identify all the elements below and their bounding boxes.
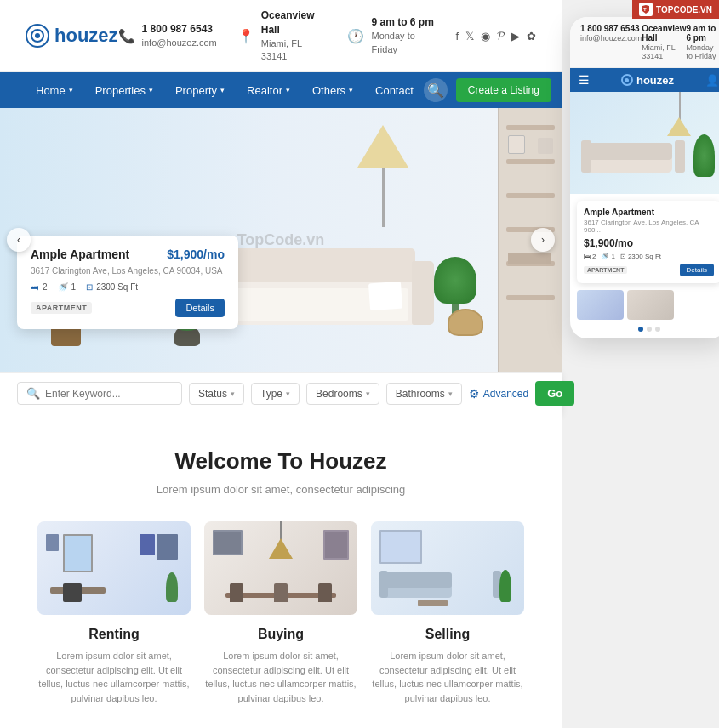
apartment-badge: APARTMENT [31, 302, 92, 314]
keyword-input[interactable] [45, 388, 173, 400]
hours-text: 9 am to 6 pm Monday to Friday [371, 15, 435, 56]
logo-text: houzez [54, 25, 118, 47]
location-text: Oceanview Hall Miami, FL 33141 [261, 9, 328, 63]
phone-property-features: 🛏 2 🚿 1 ⊡ 2300 Sq Ft [584, 253, 714, 260]
keyword-input-wrap[interactable]: 🔍 [17, 382, 182, 405]
nav-search-icon[interactable]: 🔍 [424, 78, 448, 102]
phone-property-name: Ample Apartment [584, 208, 714, 217]
header: houzez 📞 1 800 987 6543 info@houzez.com … [0, 0, 562, 72]
bedrooms-select[interactable]: Bedrooms ▾ [306, 383, 379, 405]
phone-location-col: Oceanview Hall Miami, FL 33141 [642, 24, 686, 60]
nav-item-others[interactable]: Others ▾ [302, 72, 363, 108]
top-contacts: 📞 1 800 987 6543 info@houzez.com 📍 Ocean… [118, 9, 536, 63]
renting-card: Renting Lorem ipsum dolor sit amet, cons… [37, 521, 191, 705]
welcome-title: Welcome To Houzez [26, 448, 536, 475]
nav-links: Home ▾ Properties ▾ Property ▾ Realtor ▾ [26, 72, 424, 108]
category-cards: Renting Lorem ipsum dolor sit amet, cons… [26, 521, 536, 705]
area-icon: ⊡ [86, 282, 93, 292]
settings-icon: ⚙ [469, 387, 480, 401]
property-price: $1,900/mo [167, 247, 225, 261]
beds-feature: 🛏 2 [31, 282, 48, 292]
svg-text:T: T [643, 7, 647, 12]
phone-property-address: 3617 Clarington Ave, Los Angeles, CA 900… [584, 219, 714, 234]
property-card: Ample Apartment $1,900/mo 3617 Claringto… [17, 236, 238, 329]
bathrooms-arrow: ▾ [448, 390, 453, 398]
phone-baths-feature: 🚿 1 [601, 253, 614, 260]
selling-card: Selling Lorem ipsum dolor sit amet, cons… [371, 521, 524, 705]
phone-sofa-arm-r [675, 140, 685, 173]
location-contact: 📍 Oceanview Hall Miami, FL 33141 [237, 9, 328, 63]
renting-text: Lorem ipsum dolor sit amet, consectetur … [37, 649, 191, 705]
phone-logo-text: houzez [636, 74, 674, 87]
sqft-feature: ⊡ 2300 Sq Ft [86, 282, 138, 292]
nav-arrow: ▾ [349, 86, 353, 94]
go-button[interactable]: Go [535, 381, 574, 406]
bathrooms-select[interactable]: Bathrooms ▾ [386, 383, 462, 405]
renting-card-image [37, 521, 191, 615]
type-select[interactable]: Type ▾ [251, 383, 300, 405]
phone-thumb-1 [577, 290, 624, 320]
hamburger-icon[interactable]: ☰ [579, 73, 590, 87]
bedrooms-arrow: ▾ [366, 390, 370, 398]
twitter-icon[interactable]: 𝕏 [465, 30, 474, 43]
phone-details-button[interactable]: Details [680, 264, 714, 276]
nav-item-realtor[interactable]: Realtor ▾ [237, 72, 300, 108]
nav-item-properties[interactable]: Properties ▾ [85, 72, 163, 108]
hero-arrow-left[interactable]: ‹ [7, 228, 31, 252]
phone-mockup: 1 800 987 6543 info@houzez.com Oceanview… [570, 17, 719, 338]
phone-dot-3[interactable] [655, 327, 660, 332]
property-name: Ample Apartment [31, 247, 129, 261]
instagram-icon[interactable]: ◉ [481, 30, 490, 43]
basket [448, 309, 483, 336]
nav-arrow: ▾ [286, 86, 290, 94]
create-listing-button[interactable]: Create a Listing [456, 78, 551, 102]
nav-item-property[interactable]: Property ▾ [165, 72, 235, 108]
phone-property-card: Ample Apartment 3617 Clarington Ave, Los… [577, 201, 719, 283]
phone-dot-2[interactable] [647, 327, 652, 332]
nav-item-contact[interactable]: Contact [365, 72, 424, 108]
phone-mockup-container: 1 800 987 6543 info@houzez.com Oceanview… [562, 0, 719, 355]
phone-sofa-arm-l [581, 140, 591, 173]
status-select[interactable]: Status ▾ [189, 383, 244, 405]
hero-section: TopCode.vn Ample Apartment $1,900/mo 361… [0, 108, 562, 372]
phone-dot-1[interactable] [638, 327, 643, 332]
type-arrow: ▾ [286, 390, 290, 398]
phone-icon: 📞 [118, 28, 135, 44]
buying-card-image [204, 521, 357, 615]
property-address: 3617 Clarington Ave, Los Angeles, CA 900… [31, 266, 225, 276]
phone-beds-feature: 🛏 2 [584, 253, 596, 260]
phone-user-icon[interactable]: 👤 [705, 74, 719, 87]
phone-logo-icon [621, 74, 633, 86]
nav-right: 🔍 Create a Listing [424, 78, 551, 102]
svg-point-2 [35, 33, 40, 38]
advanced-button[interactable]: ⚙ Advanced [469, 387, 528, 401]
search-icon: 🔍 [26, 387, 40, 400]
phone-bed-icon: 🛏 [584, 253, 591, 260]
main-content: houzez 📞 1 800 987 6543 info@houzez.com … [0, 0, 562, 728]
pinterest-icon[interactable]: 𝓟 [497, 29, 505, 43]
property-type-row: APARTMENT Details [31, 299, 225, 317]
other-icon[interactable]: ✿ [527, 30, 536, 43]
search-bar: 🔍 Status ▾ Type ▾ Bedrooms ▾ Bathrooms [0, 372, 562, 414]
logo[interactable]: houzez [26, 24, 118, 48]
clock-icon: 🕐 [347, 28, 364, 44]
phone-thumb-2 [627, 290, 674, 320]
facebook-icon[interactable]: f [455, 30, 459, 43]
topcode-icon: T [639, 3, 653, 16]
nav-arrow: ▾ [220, 86, 225, 94]
selling-text: Lorem ipsum dolor sit amet, consectetur … [371, 649, 524, 705]
phone-contact: 📞 1 800 987 6543 info@houzez.com [118, 22, 217, 49]
nav-item-home[interactable]: Home ▾ [26, 72, 83, 108]
selling-card-image [371, 521, 524, 615]
phone-plant [693, 134, 715, 177]
phone-apt-badge: APARTMENT [584, 266, 627, 274]
hero-arrow-right[interactable]: › [531, 228, 555, 252]
buying-title: Buying [204, 627, 357, 642]
details-button[interactable]: Details [175, 299, 225, 317]
phone-apt-row: APARTMENT Details [584, 264, 714, 276]
lamp-decoration [357, 125, 408, 227]
youtube-icon[interactable]: ▶ [511, 30, 520, 43]
phone-area-icon: ⊡ [620, 253, 626, 260]
phone-hero [570, 92, 719, 194]
hours-contact: 🕐 9 am to 6 pm Monday to Friday [347, 15, 435, 56]
